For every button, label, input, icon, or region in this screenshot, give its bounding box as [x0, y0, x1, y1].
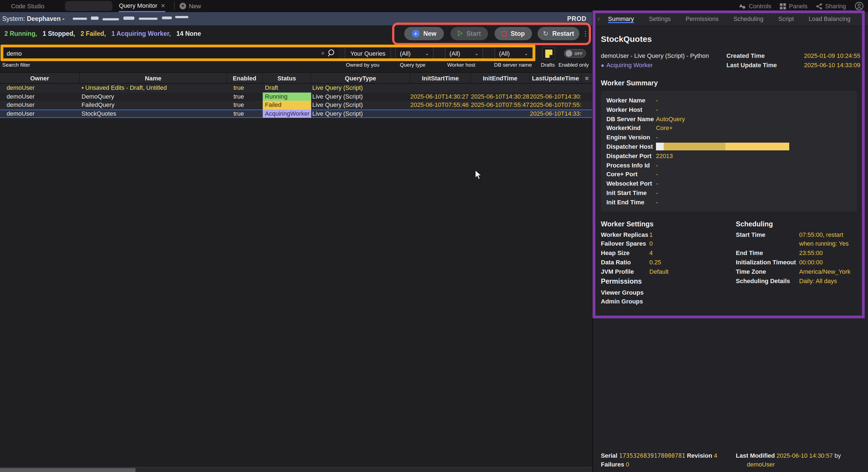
scheduling-row: End Time23:55:00 [736, 248, 860, 258]
status-badge: Running [263, 92, 311, 101]
table-row[interactable]: demoUserDemoQuerytrueRunningLive Query (… [0, 92, 592, 101]
drafts-label: Drafts [541, 62, 555, 68]
worker-summary-row: Init End Time- [607, 198, 857, 207]
field-value: when running: Yes [799, 239, 860, 249]
clear-search-icon[interactable]: ✕ [318, 47, 327, 60]
permissions-row: Admin Groups [601, 297, 736, 306]
stop-icon [502, 31, 507, 36]
scheduling-section: Scheduling Start Time07:55:00, restartwh… [736, 220, 860, 306]
query-monitor-screen: Code Studio Query Monitor ✕ + New Contro… [0, 0, 868, 472]
cell-name: FailedQuery [80, 101, 227, 109]
field-value: - [656, 161, 857, 170]
cell-init-end-time: 2025-06-10T07:55:47 [471, 101, 530, 109]
enabled-only-toggle[interactable]: OFF [564, 49, 586, 58]
chevron-left-icon[interactable]: ‹ [597, 12, 600, 26]
worker-host-label: Worker host [447, 62, 475, 68]
serial-value: 1735326839178000781 [619, 452, 685, 459]
cell-status: Failed [263, 101, 311, 109]
tab-query-monitor[interactable]: Query Monitor ✕ [119, 0, 165, 12]
query-status: ●Acquiring Worker [601, 62, 726, 69]
new-tab-button[interactable]: + New [180, 0, 201, 12]
worker-settings-section: Worker Settings Worker Replicas1Failover… [601, 220, 736, 306]
query-type-dropdown[interactable]: (All) ⌄ [396, 47, 433, 60]
redacted-text [123, 17, 134, 20]
table-row[interactable]: demoUserFailedQuerytrueFailedLive Query … [0, 101, 592, 109]
field-value: 00:00:00 [799, 258, 860, 267]
status-count: 2 Running, [4, 30, 37, 37]
status-count: 1 Acquiring Worker, [111, 30, 171, 37]
redacted-segment [725, 143, 789, 151]
restart-query-button[interactable]: ↻ Restart [537, 27, 580, 40]
column-header[interactable]: Enabled [227, 73, 263, 83]
top-bar-menu: Controls Panels Sharing [739, 0, 864, 12]
field-label: Data Ratio [601, 258, 649, 267]
field-value: 4 [649, 248, 736, 258]
field-label: Worker Host [607, 105, 656, 115]
table-row[interactable]: demoUser• Unsaved Edits - Draft, Untitle… [0, 84, 592, 92]
worker-host-dropdown[interactable]: (All) ⌄ [445, 47, 483, 60]
scrollbar-thumb[interactable] [0, 468, 135, 472]
db-server-dropdown[interactable]: (All) ⌄ [495, 47, 533, 60]
status-summary: 2 Running,1 Stopped,2 Failed,1 Acquiring… [4, 25, 207, 42]
close-icon[interactable]: ✕ [160, 0, 165, 11]
cell-init-start-time [410, 109, 471, 118]
environment-badge: PROD [567, 12, 587, 25]
failures-line: Failures 0 [601, 460, 736, 469]
your-queries-button[interactable]: Your Queries [345, 47, 391, 60]
query-table: OwnerNameEnabledStatusQueryTypeInitStart… [0, 72, 592, 118]
tab-script[interactable]: Script [778, 15, 794, 22]
chevron-right-icon[interactable]: › [863, 12, 865, 26]
worker-summary-row: Init Start Time- [607, 188, 857, 198]
mouse-cursor [475, 170, 482, 182]
cell-owner: demoUser [0, 84, 80, 92]
query-detail-panel: ‹ SummarySettingsPermissionsSchedulingSc… [593, 12, 868, 472]
tab-settings[interactable]: Settings [649, 15, 671, 22]
cell-init-end-time: 2025-06-10T14:30:28 [471, 92, 530, 101]
panels-menu-button[interactable]: Panels [780, 3, 807, 9]
worker-summary-row: Worker Name- [607, 96, 857, 105]
revision-value: 4 [714, 452, 717, 459]
column-header[interactable]: QueryType [311, 73, 410, 83]
controls-menu-button[interactable]: Controls [739, 3, 771, 9]
controls-icon [739, 3, 746, 9]
footer-serial-block: Serial 1735326839178000781 Revision 4 Fa… [601, 451, 736, 469]
drafts-filter-button[interactable] [542, 47, 555, 60]
user-account-button[interactable] [855, 2, 864, 10]
column-header[interactable]: InitEndTime [471, 73, 530, 83]
new-button-label: New [423, 30, 436, 37]
tab-scheduling[interactable]: Scheduling [733, 15, 763, 22]
worker-summary-heading: Worker Summary [601, 79, 860, 87]
table-menu-icon[interactable]: ≡ [582, 73, 592, 83]
query-status-text: Acquiring Worker [607, 62, 653, 68]
column-header[interactable]: Owner [0, 73, 80, 83]
status-count: 14 None [176, 30, 201, 37]
status-dot-icon: ● [601, 62, 604, 68]
tab-summary[interactable]: Summary [608, 15, 634, 23]
column-header[interactable]: Status [263, 73, 311, 83]
horizontal-scrollbar[interactable] [0, 467, 592, 472]
redacted-tab[interactable] [65, 1, 112, 11]
created-time-value: 2025-01-09 10:24:55 [792, 52, 860, 60]
last-update-time-label: Last Update Time [726, 62, 792, 69]
field-label: WorkerKind [607, 124, 656, 133]
new-query-button[interactable]: + New [404, 27, 444, 40]
tab-code-studio[interactable]: Code Studio [11, 0, 44, 12]
status-badge: Draft [263, 84, 311, 92]
cell-query-type: Live Query (Script) [311, 101, 410, 109]
by-label: by [834, 452, 841, 459]
column-header[interactable]: InitStartTime [410, 73, 471, 83]
table-row[interactable]: demoUserStockQuotestrueAcquiringWorkerLi… [0, 109, 592, 118]
overflow-menu-icon[interactable]: ⋮ [582, 27, 589, 40]
summary-tab-content: StockQuotes demoUser - Live Query (Scrip… [601, 26, 860, 472]
scheduling-row: Scheduling DetailsDaily: All days [736, 276, 860, 286]
tab-load-balancing[interactable]: Load Balancing [809, 15, 851, 22]
search-input[interactable]: demo [2, 47, 338, 60]
column-header[interactable]: LastUpdateTime [530, 73, 582, 83]
stop-query-button[interactable]: Stop [495, 27, 532, 40]
sharing-menu-button[interactable]: Sharing [816, 3, 846, 9]
column-header[interactable]: Name [80, 73, 227, 83]
search-icon[interactable] [327, 49, 335, 60]
scheduling-row: Initialization Timeout00:00:00 [736, 258, 860, 267]
start-query-button[interactable]: Start [451, 27, 488, 40]
tab-permissions[interactable]: Permissions [686, 15, 719, 22]
